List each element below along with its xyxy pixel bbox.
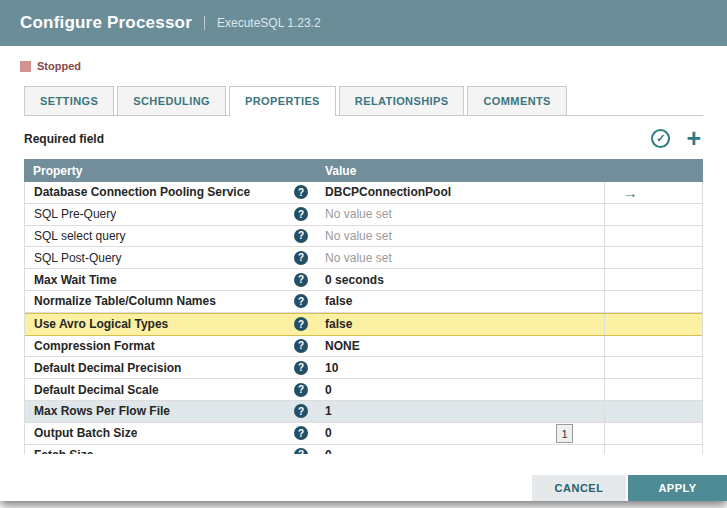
- property-name: Output Batch Size: [34, 426, 137, 440]
- configure-processor-dialog: Configure Processor ExecuteSQL 1.23.2 St…: [0, 0, 727, 501]
- property-name: Fetch Size: [34, 448, 93, 454]
- help-icon[interactable]: ?: [294, 448, 308, 454]
- table-row[interactable]: Max Rows Per Flow File ? 1: [25, 401, 702, 423]
- table-row[interactable]: Default Decimal Scale ? 0: [25, 379, 702, 401]
- help-icon[interactable]: ?: [294, 273, 308, 287]
- table-row[interactable]: Max Wait Time ? 0 seconds: [25, 269, 702, 291]
- property-value[interactable]: 0: [325, 426, 332, 440]
- column-header-value: Value: [316, 164, 605, 178]
- help-icon[interactable]: ?: [294, 294, 308, 308]
- dialog-header: Configure Processor ExecuteSQL 1.23.2: [0, 0, 727, 46]
- table-row[interactable]: SQL Pre-Query ? No value set: [25, 204, 702, 226]
- help-icon[interactable]: ?: [294, 317, 308, 331]
- property-value[interactable]: 10: [325, 361, 338, 375]
- tab-properties[interactable]: PROPERTIES: [229, 86, 336, 116]
- help-icon[interactable]: ?: [294, 185, 308, 199]
- property-name: Max Rows Per Flow File: [34, 404, 170, 418]
- required-field-label: Required field: [24, 132, 104, 146]
- properties-toolbar: Required field ✓ +: [24, 129, 701, 148]
- tab-scheduling[interactable]: SCHEDULING: [117, 86, 226, 115]
- dialog-footer: CANCEL APPLY: [532, 475, 727, 501]
- property-value[interactable]: No value set: [325, 251, 392, 265]
- stopped-icon: [20, 61, 31, 72]
- property-name: Use Avro Logical Types: [34, 317, 168, 331]
- table-header: Property Value: [24, 159, 703, 182]
- status-bar: Stopped: [0, 46, 727, 78]
- help-icon[interactable]: ?: [294, 207, 308, 221]
- dialog-title: Configure Processor: [20, 13, 192, 33]
- help-icon[interactable]: ?: [294, 404, 308, 418]
- table-row[interactable]: SQL Post-Query ? No value set: [25, 247, 702, 269]
- verify-properties-icon[interactable]: ✓: [651, 129, 670, 148]
- table-row[interactable]: Default Decimal Precision ? 10: [25, 357, 702, 379]
- tab-bar: SETTINGS SCHEDULING PROPERTIES RELATIONS…: [24, 86, 703, 116]
- property-value[interactable]: No value set: [325, 207, 392, 221]
- tooltip-badge: 1: [556, 424, 573, 443]
- apply-button[interactable]: APPLY: [628, 475, 727, 501]
- property-value[interactable]: false: [325, 317, 352, 331]
- tab-comments[interactable]: COMMENTS: [467, 86, 566, 115]
- toolbar-icons: ✓ +: [651, 129, 701, 148]
- property-value[interactable]: No value set: [325, 229, 392, 243]
- help-icon[interactable]: ?: [294, 361, 308, 375]
- help-icon[interactable]: ?: [294, 339, 308, 353]
- property-value[interactable]: NONE: [325, 339, 360, 353]
- property-value[interactable]: DBCPConnectionPool: [325, 185, 451, 199]
- property-name: SQL Post-Query: [34, 251, 122, 265]
- help-icon[interactable]: ?: [294, 251, 308, 265]
- table-row-selected[interactable]: Use Avro Logical Types ? false: [25, 313, 702, 336]
- property-name: Normalize Table/Column Names: [34, 294, 216, 308]
- status-text: Stopped: [37, 60, 81, 72]
- table-row[interactable]: SQL select query ? No value set: [25, 226, 702, 248]
- column-header-property: Property: [24, 164, 316, 178]
- table-row[interactable]: Normalize Table/Column Names ? false: [25, 291, 702, 313]
- table-row[interactable]: Compression Format ? NONE: [25, 336, 702, 358]
- property-value[interactable]: 0: [325, 383, 332, 397]
- property-value[interactable]: 1: [325, 404, 332, 418]
- help-icon[interactable]: ?: [294, 426, 308, 440]
- table-row[interactable]: Output Batch Size ? 0: [25, 423, 702, 445]
- property-name: Compression Format: [34, 339, 155, 353]
- cancel-button[interactable]: CANCEL: [532, 475, 626, 501]
- property-name: SQL select query: [34, 229, 126, 243]
- property-value[interactable]: 0: [325, 448, 332, 454]
- table-row[interactable]: Database Connection Pooling Service ? DB…: [25, 182, 702, 204]
- property-name: Default Decimal Scale: [34, 383, 159, 397]
- property-name: Default Decimal Precision: [34, 361, 181, 375]
- tab-relationships[interactable]: RELATIONSHIPS: [339, 86, 465, 115]
- add-property-icon[interactable]: +: [686, 129, 701, 148]
- tab-settings[interactable]: SETTINGS: [24, 86, 114, 115]
- property-name: Database Connection Pooling Service: [34, 185, 250, 199]
- property-name: Max Wait Time: [34, 273, 117, 287]
- property-value[interactable]: 0 seconds: [325, 273, 384, 287]
- table-body: Database Connection Pooling Service ? DB…: [24, 182, 703, 454]
- help-icon[interactable]: ?: [294, 383, 308, 397]
- properties-table: Property Value Database Connection Pooli…: [24, 159, 703, 454]
- processor-name-version: ExecuteSQL 1.23.2: [204, 16, 321, 30]
- property-name: SQL Pre-Query: [34, 207, 116, 221]
- help-icon[interactable]: ?: [294, 229, 308, 243]
- table-row[interactable]: Fetch Size ? 0: [25, 445, 702, 454]
- go-to-service-icon[interactable]: →: [623, 184, 638, 201]
- property-value[interactable]: false: [325, 294, 352, 308]
